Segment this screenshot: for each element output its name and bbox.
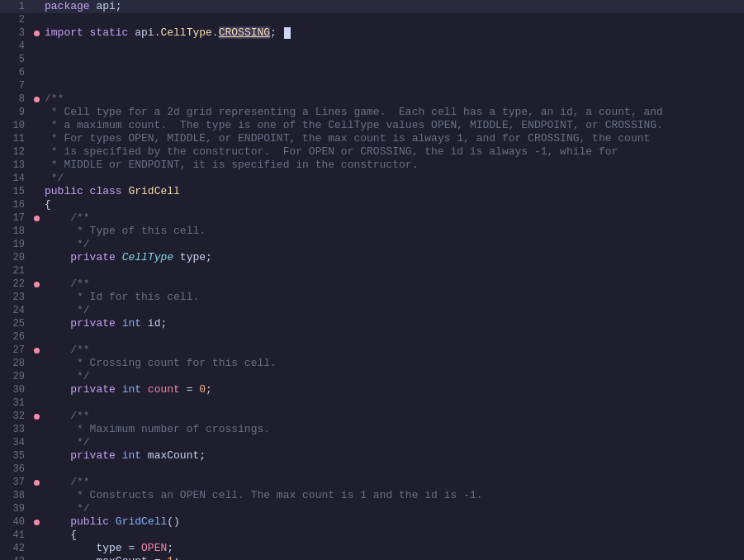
line-number: 6 (0, 66, 31, 79)
token-kw2: int (122, 317, 148, 330)
token-plain: = (180, 383, 199, 396)
token-special: count (148, 383, 180, 396)
line-number: 21 (0, 264, 31, 278)
breakpoint-indicator[interactable] (31, 123, 41, 129)
breakpoint-indicator[interactable] (31, 57, 41, 63)
line-number: 35 (0, 449, 31, 463)
breakpoint-indicator[interactable] (31, 83, 41, 89)
token-plain: maxCount; (148, 449, 206, 462)
breakpoint-indicator[interactable] (31, 268, 41, 274)
breakpoint-indicator[interactable] (31, 401, 41, 406)
breakpoint-indicator[interactable] (31, 414, 41, 420)
code-line: 2 (0, 13, 744, 26)
breakpoint-indicator[interactable] (31, 70, 41, 76)
token-comment: /** (45, 410, 90, 422)
line-number: 1 (0, 0, 31, 13)
no-breakpoint (34, 493, 40, 499)
line-number: 10 (0, 119, 31, 132)
breakpoint-indicator[interactable] (31, 493, 41, 499)
breakpoint-indicator[interactable] (31, 176, 41, 182)
token-kw: package (45, 0, 96, 12)
token-kw: private (70, 317, 121, 330)
breakpoint-indicator[interactable] (31, 149, 41, 155)
token-comment: /** (45, 476, 90, 488)
breakpoint-indicator[interactable] (31, 282, 41, 287)
code-line: 19 */ (0, 238, 744, 251)
code-line: 21 (0, 264, 744, 278)
breakpoint-indicator[interactable] (31, 427, 41, 433)
breakpoint-indicator[interactable] (31, 110, 41, 116)
breakpoint-indicator[interactable] (31, 520, 41, 525)
breakpoint-indicator[interactable] (31, 467, 41, 472)
breakpoint-dot (34, 414, 40, 420)
breakpoint-indicator[interactable] (31, 295, 41, 301)
code-content: * a maximum count. The type is one of th… (41, 119, 744, 132)
code-content: * is specified by the constructor. For O… (41, 145, 744, 159)
token-class-name: GridCell (128, 185, 179, 197)
token-comment: * Crossing count for this cell. (45, 357, 277, 369)
breakpoint-indicator[interactable] (31, 453, 41, 459)
breakpoint-indicator[interactable] (31, 533, 41, 539)
line-number: 24 (0, 304, 31, 317)
code-content: */ (41, 304, 744, 317)
no-breakpoint (34, 229, 40, 235)
token-plain: ; (116, 0, 122, 12)
token-plain: type (96, 542, 121, 554)
breakpoint-indicator[interactable] (31, 308, 41, 314)
breakpoint-indicator[interactable] (31, 440, 41, 446)
breakpoint-indicator[interactable] (31, 31, 41, 36)
breakpoint-indicator[interactable] (31, 506, 41, 512)
breakpoint-indicator[interactable] (31, 202, 41, 208)
no-breakpoint (34, 533, 40, 539)
breakpoint-indicator[interactable] (31, 189, 41, 195)
breakpoint-indicator[interactable] (31, 97, 41, 102)
code-content: { (41, 529, 744, 542)
token-class-name: CellType (160, 26, 211, 39)
no-breakpoint (34, 149, 40, 155)
breakpoint-indicator[interactable] (31, 163, 41, 168)
code-content: /** (41, 93, 744, 106)
breakpoint-indicator[interactable] (31, 4, 41, 10)
breakpoint-indicator[interactable] (31, 17, 41, 23)
token-num: 0 (199, 383, 206, 396)
code-content: /** (41, 410, 744, 423)
breakpoint-indicator[interactable] (31, 480, 41, 486)
no-breakpoint (34, 57, 40, 63)
breakpoint-indicator[interactable] (31, 44, 41, 50)
no-breakpoint (34, 440, 40, 446)
breakpoint-indicator[interactable] (31, 361, 41, 367)
line-number: 4 (0, 40, 31, 53)
breakpoint-indicator[interactable] (31, 321, 41, 327)
token-comment: * Type of this cell. (45, 225, 206, 237)
no-breakpoint (34, 136, 40, 142)
no-breakpoint (34, 83, 40, 89)
no-breakpoint (34, 335, 40, 340)
breakpoint-indicator[interactable] (31, 374, 41, 380)
code-line: 43 maxCount = 1; (0, 555, 744, 560)
line-number: 22 (0, 278, 31, 291)
breakpoint-indicator[interactable] (31, 136, 41, 142)
token-kw2: int (122, 383, 148, 396)
breakpoint-indicator[interactable] (31, 255, 41, 261)
breakpoint-indicator[interactable] (31, 229, 41, 235)
no-breakpoint (34, 467, 40, 472)
breakpoint-indicator[interactable] (31, 546, 41, 552)
code-line: 25 private int id; (0, 317, 744, 330)
breakpoint-indicator[interactable] (31, 348, 41, 354)
token-kw: public (70, 515, 116, 528)
breakpoint-dot (34, 97, 40, 102)
breakpoint-indicator[interactable] (31, 335, 41, 340)
breakpoint-indicator[interactable] (31, 387, 41, 393)
token-comment: /** (45, 211, 90, 224)
token-plain (45, 555, 96, 560)
code-line: 28 * Crossing count for this cell. (0, 357, 744, 370)
code-line: 29 */ (0, 370, 744, 383)
token-comment: */ (45, 502, 90, 515)
code-content: private CellType type; (41, 251, 744, 264)
token-comment: * Maximum number of crossings. (45, 423, 270, 435)
breakpoint-indicator[interactable] (31, 216, 41, 221)
no-breakpoint (34, 44, 40, 50)
breakpoint-indicator[interactable] (31, 242, 41, 248)
code-content: /** (41, 344, 744, 357)
line-number: 17 (0, 211, 31, 225)
